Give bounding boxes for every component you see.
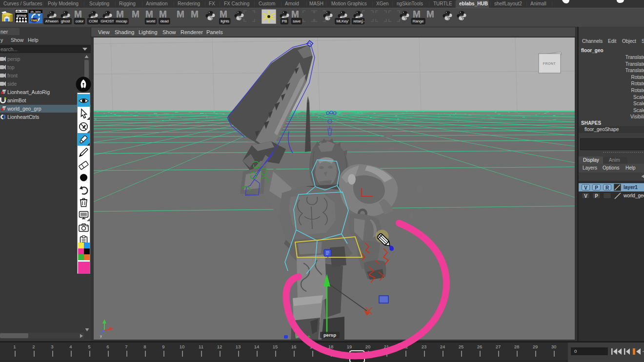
svg-text:group: group — [17, 14, 26, 18]
svg-text:persp: persp — [323, 332, 336, 338]
svg-text:db_labs: db_labs — [30, 10, 40, 13]
svg-text:FRONT: FRONT — [543, 62, 556, 65]
svg-text:y: y — [100, 334, 102, 338]
svg-text:TIME: TIME — [31, 19, 38, 22]
svg-text:db_labs: db_labs — [17, 10, 27, 13]
